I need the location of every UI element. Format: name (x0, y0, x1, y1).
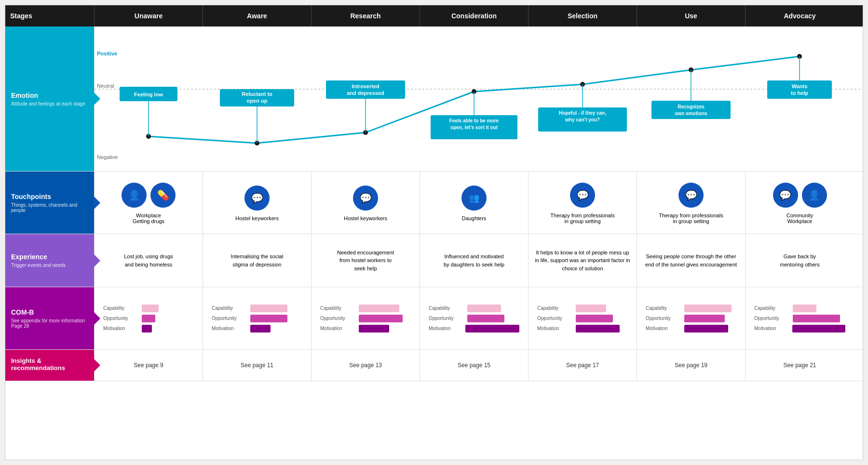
insights-consideration-text: See page 15 (458, 362, 490, 369)
insights-selection-text: See page 17 (566, 362, 599, 369)
touchpoints-row: Touchpoints Things, systems, channels an… (5, 172, 863, 234)
chat-group-icon-use: 💬 (678, 183, 704, 208)
experience-research: Needed encouragementfrom hostel workers … (312, 234, 420, 287)
emotion-label-cell: Emotion Attitude and feelings at each st… (5, 27, 95, 171)
insights-use-text: See page 19 (675, 362, 707, 369)
svg-text:Wants: Wants (792, 83, 808, 89)
svg-text:Introverted: Introverted (352, 83, 379, 89)
insights-title: Insights & recommendations (11, 357, 88, 372)
svg-text:Recognizes: Recognizes (678, 104, 705, 109)
experience-selection-text: It helps to know a lot of people mess up… (533, 249, 632, 273)
svg-text:to help: to help (791, 90, 808, 96)
experience-use: Seeing people come through the other end… (637, 234, 746, 287)
experience-consideration: Influenced and motivatedby daughters to … (420, 234, 529, 287)
insights-unaware: See page 9 (95, 350, 203, 381)
comb-row: COM-B See appendix for more information … (5, 287, 863, 350)
experience-advocacy: Gave back bymentoring others (746, 234, 854, 287)
touchpoints-title: Touchpoints (11, 193, 88, 200)
touchpoints-research: 💬 Hostel keyworkers (312, 172, 420, 234)
touchpoints-selection: 💬 Therapy from professionalsin group set… (529, 172, 637, 234)
col-header-consideration: Consideration (420, 5, 529, 27)
svg-text:Feels able to be more: Feels able to be more (449, 118, 499, 123)
touchpoints-research-text: Hostel keyworkers (344, 215, 387, 221)
comb-consideration: Capability Opportunity Motivation (420, 287, 529, 349)
touchpoints-selection-text: Therapy from professionalsin group setti… (550, 213, 614, 224)
svg-text:open up: open up (247, 98, 268, 104)
emotion-title: Emotion (11, 92, 88, 99)
comb-aware: Capability Opportunity Motivation (203, 287, 312, 349)
svg-rect-31 (651, 101, 731, 119)
svg-text:Neutral: Neutral (97, 83, 114, 89)
experience-title: Experience (11, 253, 88, 261)
experience-consideration-text: Influenced and motivatedby daughters to … (444, 252, 504, 268)
emotion-row: Emotion Attitude and feelings at each st… (5, 27, 863, 172)
emotion-subtitle: Attitude and feelings at each stage (11, 101, 88, 106)
experience-subtitle: Trigger events and needs (11, 263, 88, 268)
experience-label-cell: Experience Trigger events and needs (5, 234, 95, 287)
touchpoints-label-cell: Touchpoints Things, systems, channels an… (5, 172, 95, 234)
touchpoints-advocacy: 💬 👤 CommunityWorkplace (746, 172, 854, 234)
insights-aware-text: See page 11 (241, 362, 273, 369)
insights-research: See page 13 (312, 350, 420, 381)
touchpoints-use-text: Therapy from professionalsin group setti… (659, 213, 723, 224)
svg-text:Reluctant to: Reluctant to (242, 91, 272, 97)
insights-aware: See page 11 (203, 350, 312, 381)
col-header-selection: Selection (529, 5, 637, 27)
pills-icon: 💊 (150, 183, 176, 208)
experience-aware: Internalising the socialstigma of depres… (203, 234, 312, 287)
insights-unaware-text: See page 9 (134, 362, 163, 369)
stages-header: Stages (5, 5, 95, 27)
insights-selection: See page 17 (529, 350, 637, 381)
touchpoints-unaware: 👤 💊 WorkplaceGetting drugs (95, 172, 203, 234)
touchpoints-use: 💬 Therapy from professionalsin group set… (637, 172, 746, 234)
chat-bubbles-icon-advocacy: 💬 (773, 183, 798, 208)
chat-icon-aware: 💬 (244, 186, 270, 211)
experience-unaware: Lost job, using drugsand being homeless (95, 234, 203, 287)
touchpoints-consideration-text: Daughters (462, 215, 487, 221)
touchpoints-aware-text: Hostel keyworkers (235, 215, 279, 221)
emotion-chart-area: Positive Neutral Negative (95, 27, 863, 171)
col-header-advocacy: Advocacy (746, 5, 854, 27)
col-header-research: Research (312, 5, 420, 27)
comb-advocacy: Capability Opportunity Motivation (746, 287, 854, 349)
header-row: Stages Unaware Aware Research Considerat… (5, 5, 863, 27)
insights-advocacy-text: See page 21 (783, 362, 816, 369)
svg-text:open, let's sort it out: open, let's sort it out (450, 125, 498, 130)
comb-use: Capability Opportunity Motivation (637, 287, 746, 349)
comb-label-cell: COM-B See appendix for more information … (5, 287, 95, 349)
svg-text:why can't you?: why can't you? (565, 117, 600, 122)
experience-row: Experience Trigger events and needs Lost… (5, 234, 863, 287)
col-header-use: Use (637, 5, 746, 27)
comb-title: COM-B (11, 308, 88, 316)
experience-use-text: Seeing people come through the other end… (642, 252, 740, 268)
svg-text:own emotions: own emotions (675, 111, 707, 116)
insights-research-text: See page 13 (349, 362, 382, 369)
comb-selection: Capability Opportunity Motivation (529, 287, 637, 349)
svg-text:Positive: Positive (97, 51, 117, 56)
experience-advocacy-text: Gave back bymentoring others (780, 252, 820, 268)
touchpoints-aware: 💬 Hostel keyworkers (203, 172, 312, 234)
col-header-unaware: Unaware (95, 5, 203, 27)
touchpoints-unaware-text: WorkplaceGetting drugs (133, 213, 164, 224)
svg-text:Negative: Negative (97, 154, 118, 160)
person-work-icon-advocacy: 👤 (802, 183, 827, 208)
experience-research-text: Needed encouragementfrom hostel workers … (337, 249, 394, 273)
comb-subtitle: See appendix for more information Page 2… (11, 318, 88, 329)
touchpoints-consideration: 👥 Daughters (420, 172, 529, 234)
experience-selection: It helps to know a lot of people mess up… (529, 234, 637, 287)
insights-advocacy: See page 21 (746, 350, 854, 381)
chat-group-icon-selection: 💬 (570, 183, 595, 208)
person-computer-icon: 👤 (122, 183, 147, 208)
group-icon-consideration: 👥 (461, 186, 487, 211)
experience-aware-text: Internalising the socialstigma of depres… (231, 252, 284, 268)
comb-unaware: Capability Opportunity Motivation (95, 287, 203, 349)
col-header-aware: Aware (203, 5, 312, 27)
svg-text:Hopeful - if they can,: Hopeful - if they can, (559, 110, 607, 116)
svg-text:Feeling low: Feeling low (134, 92, 163, 97)
touchpoints-advocacy-text: CommunityWorkplace (787, 213, 814, 224)
insights-consideration: See page 15 (420, 350, 529, 381)
insights-row: Insights & recommendations See page 9 Se… (5, 350, 863, 381)
experience-unaware-text: Lost job, using drugsand being homeless (124, 252, 173, 268)
chat-bubbles-icon-research: 💬 (353, 186, 378, 211)
insights-use: See page 19 (637, 350, 746, 381)
